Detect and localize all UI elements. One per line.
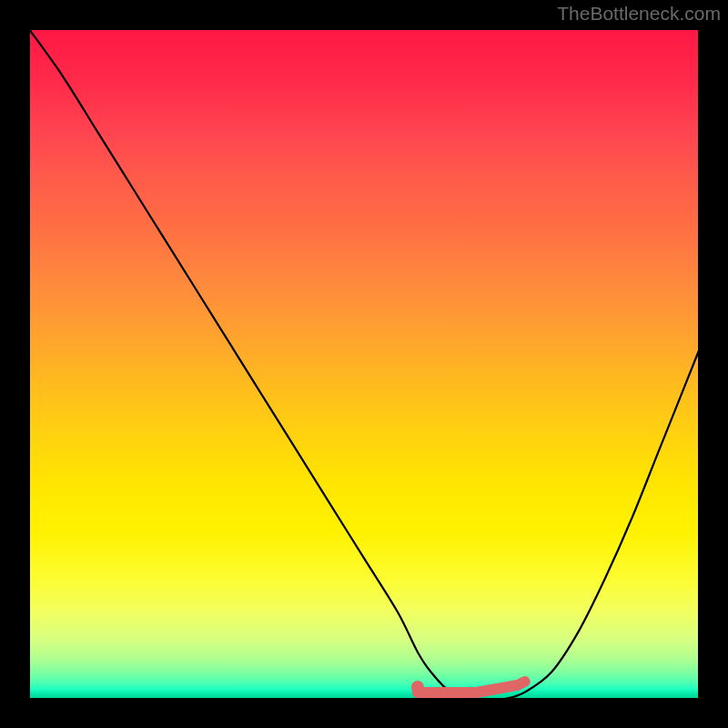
optimal-zone-marker [418,682,525,693]
bottleneck-curve [29,29,699,699]
plot-area [29,29,699,699]
curve-svg [29,29,699,699]
attribution-text: TheBottleneck.com [557,3,721,25]
